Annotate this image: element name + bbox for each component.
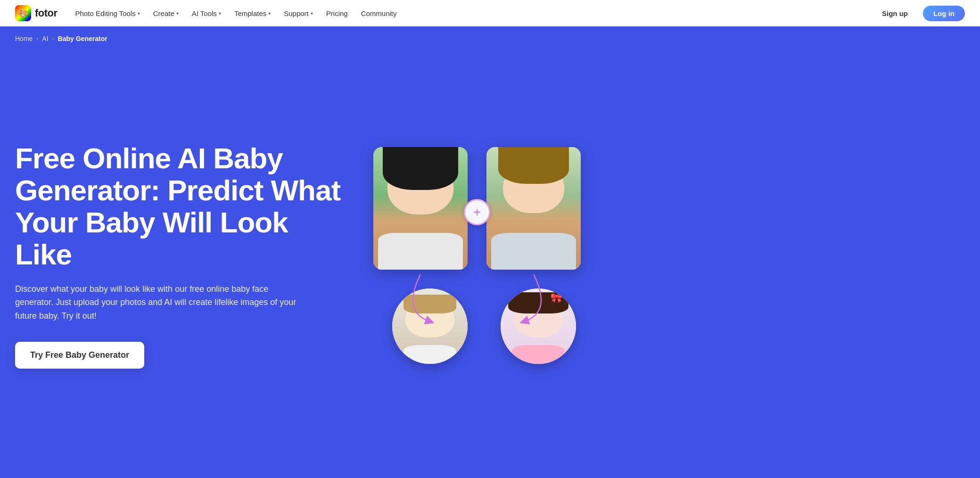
hero-description: Discover what your baby will look like w… xyxy=(15,282,298,323)
woman-face xyxy=(373,147,468,270)
nav-templates[interactable]: Templates ▾ xyxy=(228,0,277,26)
bow-icon xyxy=(551,292,562,304)
nav-pricing[interactable]: Pricing xyxy=(320,0,354,26)
login-button[interactable]: Log in xyxy=(923,6,965,21)
chevron-down-icon: ▾ xyxy=(268,11,271,16)
woman-shirt xyxy=(378,233,463,270)
nav-create[interactable]: Create ▾ xyxy=(147,0,185,26)
hero-title: Free Online AI Baby Generator: Predict W… xyxy=(15,142,345,271)
chevron-down-icon: ▾ xyxy=(311,11,313,16)
nav-support[interactable]: Support ▾ xyxy=(277,0,320,26)
breadcrumb-current: Baby Generator xyxy=(58,35,107,42)
man-shirt xyxy=(491,233,576,270)
chevron-down-icon: ▾ xyxy=(176,11,179,16)
nav-auth: Sign up Log in xyxy=(873,6,965,21)
logo[interactable]: 🎨 fotor xyxy=(15,5,58,21)
nav-links: Photo Editing Tools ▾ Create ▾ AI Tools … xyxy=(69,0,873,26)
breadcrumb: Home › AI › Baby Generator xyxy=(0,26,980,46)
breadcrumb-sep-2: › xyxy=(52,35,54,42)
try-cta-button[interactable]: Try Free Baby Generator xyxy=(15,342,144,369)
baby-boy-circle xyxy=(392,288,468,364)
man-face xyxy=(486,147,581,270)
signup-button[interactable]: Sign up xyxy=(873,6,917,21)
chevron-down-icon: ▾ xyxy=(138,11,140,16)
chevron-down-icon: ▾ xyxy=(219,11,221,16)
plus-icon: + xyxy=(464,199,490,225)
hero-content: Free Online AI Baby Generator: Predict W… xyxy=(15,142,345,369)
logo-text: fotor xyxy=(35,7,58,19)
nav-ai-tools[interactable]: AI Tools ▾ xyxy=(185,0,228,26)
logo-icon: 🎨 xyxy=(15,5,31,21)
girl-shirt xyxy=(512,345,565,364)
breadcrumb-home[interactable]: Home xyxy=(15,35,33,42)
nav-community[interactable]: Community xyxy=(354,0,404,26)
hero-illustration: + xyxy=(364,138,590,373)
navbar: 🎨 fotor Photo Editing Tools ▾ Create ▾ A… xyxy=(0,0,980,26)
baby-girl-face xyxy=(501,288,576,364)
baby-boy-face xyxy=(392,288,468,364)
parent-woman-card xyxy=(373,147,468,270)
breadcrumb-ai[interactable]: AI xyxy=(42,35,48,42)
hero-section: Free Online AI Baby Generator: Predict W… xyxy=(0,46,980,474)
parent-man-card xyxy=(486,147,581,270)
main-content: Home › AI › Baby Generator Free Online A… xyxy=(0,26,980,474)
breadcrumb-sep-1: › xyxy=(36,35,38,42)
nav-photo-editing[interactable]: Photo Editing Tools ▾ xyxy=(69,0,147,26)
baby-girl-circle xyxy=(501,288,576,364)
boy-shirt xyxy=(404,345,456,364)
